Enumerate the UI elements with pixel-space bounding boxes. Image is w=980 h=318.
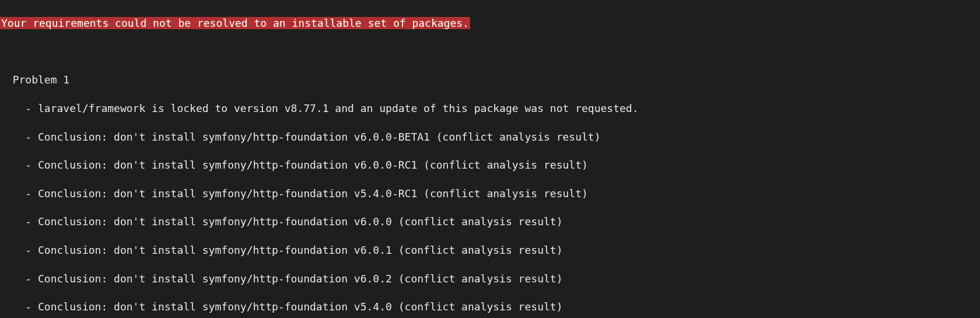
terminal-output: Your requirements could not be resolved … — [0, 2, 980, 318]
output-line: - Conclusion: don't install symfony/http… — [0, 300, 980, 314]
output-line: - laravel/framework is locked to version… — [0, 102, 980, 116]
output-line: - Conclusion: don't install symfony/http… — [0, 272, 980, 286]
output-line: - Conclusion: don't install symfony/http… — [0, 187, 980, 201]
blank-line — [0, 45, 980, 59]
output-line: - Conclusion: don't install symfony/http… — [0, 215, 980, 229]
problem-header: Problem 1 — [0, 73, 980, 87]
error-header: Your requirements could not be resolved … — [0, 17, 470, 29]
output-line: - Conclusion: don't install symfony/http… — [0, 130, 980, 144]
output-line: - Conclusion: don't install symfony/http… — [0, 243, 980, 257]
output-line: - Conclusion: don't install symfony/http… — [0, 158, 980, 172]
